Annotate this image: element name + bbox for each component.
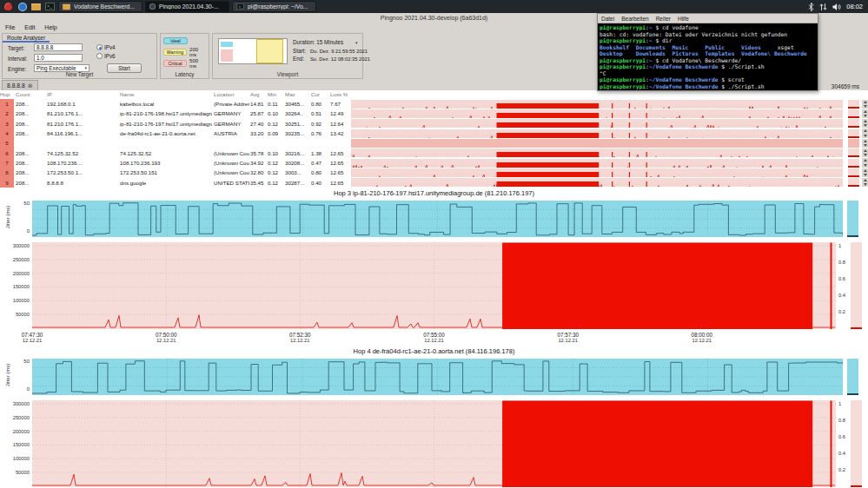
- jitter-tick-max: 50: [17, 359, 30, 364]
- taskbar-window-vodafone[interactable]: Vodafone Beschwerd...: [58, 1, 142, 12]
- time-tick: 07:57:30: [557, 332, 579, 338]
- terminal-icon: [236, 3, 244, 10]
- sparkline-scrollbar[interactable]: [862, 109, 868, 118]
- table-row[interactable]: 6208...74.125.32.5274.125.32.52(Unknown …: [0, 148, 868, 158]
- sparkline-scrollbar[interactable]: [862, 100, 868, 109]
- cell-max: 30287...: [285, 178, 310, 188]
- raspberry-icon: [4, 3, 12, 10]
- latency-ytick: 200000: [5, 271, 30, 276]
- sparkline-scrollbar[interactable]: [862, 129, 868, 137]
- desktop: Vodafone Beschwerd... Pingnoo 2021.04.30…: [0, 0, 868, 488]
- cell-count: 208...: [16, 119, 45, 129]
- network-arrows-icon[interactable]: [819, 3, 827, 11]
- ipv6-radio[interactable]: IPv6: [96, 53, 116, 59]
- interval-input[interactable]: 1.0: [34, 54, 83, 62]
- cell-ip: [47, 138, 118, 148]
- terminal-menubar: Datei Bearbeiten Reiter Hilfe: [598, 14, 818, 23]
- table-row[interactable]: 5: [0, 138, 868, 148]
- terminal-launcher-icon[interactable]: [44, 1, 56, 12]
- table-row[interactable]: 8208...172.253.50.1...172.253.50.151(Unk…: [0, 168, 868, 177]
- route-table: HopCountIPNameLocationAvgMinMaxCurLoss %…: [0, 90, 868, 188]
- table-row[interactable]: 9208...8.8.8.8dns.googleUNITED STATES35.…: [0, 178, 868, 188]
- column-header-avg[interactable]: Avg: [250, 90, 267, 99]
- table-row[interactable]: 1208...192.168.0.1kabelbox.local(Private…: [0, 99, 868, 109]
- hop-badge: 2: [0, 109, 14, 118]
- chart-continuation: [851, 242, 862, 329]
- terminal-menu-datei[interactable]: Datei: [601, 16, 614, 22]
- cell-location: (Private Address): [214, 99, 249, 109]
- column-header-count[interactable]: Count: [16, 90, 45, 99]
- sparkline-scrollbar[interactable]: [862, 168, 868, 177]
- cell-cur: 0.47: [311, 158, 329, 168]
- file-manager-icon[interactable]: [30, 1, 42, 12]
- tab-close-icon[interactable]: ⊗: [28, 82, 33, 89]
- column-header-ip[interactable]: IP: [47, 90, 118, 99]
- clock[interactable]: 08:02: [846, 3, 863, 10]
- browser-icon[interactable]: [17, 1, 28, 12]
- latency-caption: Latency: [161, 71, 209, 77]
- ipv4-radio[interactable]: IPv4: [96, 44, 116, 50]
- cell-max: 3003...: [285, 168, 310, 177]
- table-row[interactable]: 3208...81.210.176.1...ip-81-210-176-197.…: [0, 119, 868, 129]
- cell-max: 30235...: [285, 129, 310, 138]
- terminal-output[interactable]: pi@raspberrypi:~ $ cd vodafonebash: cd: …: [598, 23, 818, 90]
- cell-location: [214, 138, 249, 148]
- legend-warning-value: 200 ms: [189, 47, 206, 57]
- app-menu-icon[interactable]: [3, 1, 14, 12]
- sparkline-scrollbar[interactable]: [862, 178, 868, 187]
- volume-icon[interactable]: [832, 3, 841, 11]
- tab-8888[interactable]: 8.8.8.8 ⊗: [2, 80, 38, 90]
- cell-loss: [330, 138, 350, 148]
- cell-min: 0.09: [268, 129, 284, 138]
- table-header: HopCountIPNameLocationAvgMinMaxCurLoss %: [0, 90, 868, 99]
- terminal-menu-reiter[interactable]: Reiter: [656, 16, 671, 22]
- legend-row-critical: Critical 500 ms: [163, 58, 206, 68]
- taskbar-window-label: pi@raspberrypi: ~/Vo...: [248, 3, 308, 10]
- jitter-axis-label: Jitter (ms): [5, 356, 10, 394]
- viewport-preview[interactable]: [218, 38, 288, 64]
- hop-badge: 7: [0, 158, 14, 168]
- table-row[interactable]: 7208...108.170.236....108.170.236.193(Un…: [0, 158, 868, 168]
- duration-dropdown-icon[interactable]: ▾: [355, 40, 358, 45]
- cell-ip: 172.253.50.1...: [47, 168, 118, 177]
- terminal-menu-hilfe[interactable]: Hilfe: [678, 16, 689, 22]
- latency-sparkline: [351, 138, 868, 148]
- column-header-location[interactable]: Location: [214, 90, 249, 99]
- cell-loss: 7.67: [330, 99, 350, 109]
- column-header-loss[interactable]: Loss %: [330, 90, 350, 99]
- sparkline-scrollbar[interactable]: [862, 148, 868, 157]
- target-input[interactable]: 8.8.8.8: [34, 43, 83, 51]
- cell-min: 0.12: [268, 119, 284, 129]
- latency-ytick: 300000: [5, 401, 30, 406]
- table-row[interactable]: 4208...84.116.196.1...de-fra04d-rc1-ae-2…: [0, 129, 868, 138]
- terminal-menu-bearbeiten[interactable]: Bearbeiten: [621, 16, 648, 22]
- menu-help[interactable]: Help: [44, 24, 56, 30]
- column-header-min[interactable]: Min: [268, 90, 284, 99]
- cell-name: ip-81-210-176-198.hsi17.unitymediagroup.…: [120, 109, 212, 118]
- bluetooth-icon[interactable]: [808, 3, 814, 11]
- column-header-name[interactable]: Name: [120, 90, 212, 99]
- terminal-window: Datei Bearbeiten Reiter Hilfe pi@raspber…: [597, 13, 818, 91]
- viewport-selection[interactable]: [256, 39, 283, 63]
- latency-right-ytick: 1: [838, 243, 849, 248]
- cell-location: (Unknown Country?): [214, 148, 249, 158]
- interval-label: Interval:: [8, 56, 27, 62]
- cell-avg: 35.78: [250, 148, 267, 158]
- sparkline-scrollbar[interactable]: [862, 119, 868, 128]
- cell-avg: 27.40: [250, 119, 267, 129]
- column-header-hop[interactable]: Hop: [0, 90, 14, 99]
- chevron-down-icon: ▾: [84, 65, 87, 71]
- taskbar-window-pingnoo[interactable]: Pingnoo 2021.04.30-...: [145, 1, 229, 12]
- table-row[interactable]: 2208...81.210.176.1...ip-81-210-176-198.…: [0, 109, 868, 118]
- sparkline-scrollbar[interactable]: [862, 158, 868, 167]
- column-header-cur[interactable]: Cur: [311, 90, 329, 99]
- menu-file[interactable]: File: [5, 24, 15, 30]
- menu-edit[interactable]: Edit: [24, 24, 35, 30]
- sparkline-scrollbar[interactable]: [862, 139, 868, 148]
- latency-right-ytick: 0.4: [838, 293, 849, 298]
- cell-ip: 84.116.196.1...: [47, 129, 118, 138]
- time-tick: 07:47:30: [22, 332, 43, 338]
- cell-min: [268, 138, 284, 148]
- taskbar-window-terminal[interactable]: pi@raspberrypi: ~/Vo...: [232, 1, 316, 12]
- column-header-max[interactable]: Max: [285, 90, 310, 99]
